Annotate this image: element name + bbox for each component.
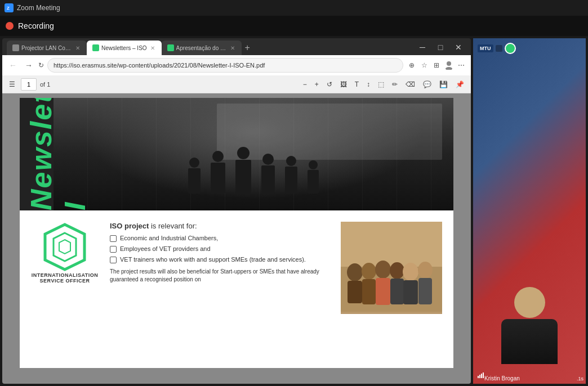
webcam-logo-area: MTU <box>478 43 516 54</box>
head-1 <box>189 158 199 168</box>
svg-marker-6 <box>59 240 70 254</box>
logo-text: INTERNATIONALISATIONSERVICE OFFICER <box>32 272 99 284</box>
checkbox-icon-1 <box>110 235 117 242</box>
signal-bars-icon <box>478 372 484 379</box>
webcam-duration: .1s <box>577 376 583 381</box>
head-4 <box>262 154 274 165</box>
extensions-icon[interactable]: ⊞ <box>431 60 442 70</box>
iso-intro: ISO project is relevant for: <box>110 222 329 230</box>
annotate-button[interactable]: 💬 <box>421 79 434 89</box>
svg-point-15 <box>390 262 404 279</box>
tab-icon-powerpoint <box>167 44 174 51</box>
body-3 <box>235 160 251 194</box>
content-section: ISO project is relevant for: Economic an… <box>110 222 329 284</box>
meeting-silhouettes <box>54 98 453 210</box>
webcam-name-label: Kristin Brogan <box>484 375 520 381</box>
bullet-item-1: Economic and Industrial Chambers, <box>110 235 329 242</box>
tab-close-powerpoint[interactable]: ✕ <box>229 45 236 51</box>
zoom-logo-icon: Z <box>5 3 14 12</box>
erase-button[interactable]: ⌫ <box>403 79 417 89</box>
maximize-button[interactable]: □ <box>433 39 448 55</box>
tab-powerpoint[interactable]: Apresentação do PowerPoint ✕ <box>162 41 242 55</box>
svg-point-19 <box>418 262 433 279</box>
hexagon-logo <box>39 222 90 272</box>
toggle-sidebar-button[interactable]: ☰ <box>7 79 17 89</box>
header-image <box>54 98 453 210</box>
rotate-button[interactable]: ↺ <box>324 79 335 89</box>
presenter-head <box>514 287 545 318</box>
star-icon[interactable]: ☆ <box>419 60 429 70</box>
svg-point-11 <box>362 263 376 280</box>
newsletter-body: INTERNATIONALISATIONSERVICE OFFICER ISO … <box>20 210 453 325</box>
presenter-body <box>501 319 558 364</box>
scroll-button[interactable]: ↕ <box>364 79 372 89</box>
zoom-in-button[interactable]: + <box>313 79 321 89</box>
checkbox-icon-2 <box>110 246 117 253</box>
tab-icon-projector <box>12 44 19 51</box>
svg-rect-21 <box>478 376 479 378</box>
bullet-list: Economic and Industrial Chambers, Employ… <box>110 235 329 263</box>
tab-close-projector[interactable]: ✕ <box>74 45 81 51</box>
menu-icon[interactable]: ⋯ <box>456 60 466 70</box>
person-6 <box>308 160 319 194</box>
webcam-video: MTU Kristin Brogan <box>473 38 586 384</box>
body-1 <box>188 168 201 194</box>
zoom-out-button[interactable]: − <box>301 79 309 89</box>
bullet-text-2: Employees of VET providers and <box>120 245 211 252</box>
svg-point-2 <box>447 61 451 66</box>
zoom-icon[interactable]: ⊕ <box>407 60 417 70</box>
page-number-input[interactable] <box>21 78 37 91</box>
text-button[interactable]: T <box>353 79 361 89</box>
logo-spacer <box>496 45 502 52</box>
profile-icon[interactable] <box>444 60 454 70</box>
svg-point-3 <box>446 67 452 70</box>
tab-label-projector: Projector LAN Control <box>21 45 72 51</box>
refresh-button[interactable]: ↻ <box>38 61 44 69</box>
address-bar[interactable] <box>47 58 403 73</box>
iso-logo-small <box>505 43 516 54</box>
pdf-toolbar: ☰ of 1 − + ↺ 🖼 T ↕ ⬚ ✏ ⌫ 💬 💾 📌 <box>2 75 471 93</box>
close-button[interactable]: ✕ <box>451 39 466 55</box>
new-tab-button[interactable]: + <box>242 41 253 55</box>
bottom-text: The project results will also be benefic… <box>110 268 329 284</box>
recording-bar: Recording <box>0 16 588 36</box>
bullet-item-2: Employees of VET providers and <box>110 245 329 253</box>
newsletter-title: Newsletter I <box>24 98 92 210</box>
head-2 <box>212 151 224 162</box>
svg-point-13 <box>375 261 391 279</box>
tab-icon-newsletters <box>92 44 99 51</box>
image-button[interactable]: 🖼 <box>338 79 349 89</box>
back-button[interactable]: ← <box>7 60 19 71</box>
tab-close-newsletters[interactable]: ✕ <box>149 45 156 51</box>
recording-dot-icon <box>6 22 14 30</box>
highlight-button[interactable]: ✏ <box>390 79 400 89</box>
tab-projector[interactable]: Projector LAN Control ✕ <box>7 41 87 55</box>
svg-rect-24 <box>483 372 484 378</box>
select-button[interactable]: ⬚ <box>376 79 386 89</box>
svg-rect-22 <box>479 375 480 378</box>
newsletter-header: Newsletter I <box>20 98 453 210</box>
title-bar: Z Zoom Meeting <box>0 0 588 16</box>
checkbox-icon-3 <box>110 257 117 263</box>
toolbar-actions: ⊕ ☆ ⊞ ⋯ <box>407 60 466 70</box>
person-1 <box>188 158 201 194</box>
minimize-button[interactable]: ─ <box>415 39 430 55</box>
head-6 <box>309 160 318 169</box>
save-button[interactable]: 💾 <box>437 79 450 89</box>
person-3 <box>235 147 251 194</box>
bullet-text-1: Economic and Industrial Chambers, <box>120 235 218 241</box>
forward-button[interactable]: → <box>23 60 35 71</box>
pdf-content[interactable]: Newsletter I <box>2 93 471 384</box>
tab-newsletters[interactable]: Newsletters – ISO ✕ <box>87 41 162 55</box>
svg-rect-23 <box>481 374 482 378</box>
svg-rect-20 <box>418 278 432 304</box>
person-4 <box>261 154 275 194</box>
bullet-text-3: VET trainers who work with and support S… <box>120 256 306 263</box>
pdf-page: Newsletter I <box>20 98 453 368</box>
pin-button[interactable]: 📌 <box>453 79 466 89</box>
silhouette-group <box>188 147 319 194</box>
app-title: Zoom Meeting <box>17 4 60 12</box>
main-content: Projector LAN Control ✕ Newsletters – IS… <box>0 36 588 386</box>
tab-label-powerpoint: Apresentação do PowerPoint <box>176 45 227 51</box>
person-5 <box>285 156 297 194</box>
